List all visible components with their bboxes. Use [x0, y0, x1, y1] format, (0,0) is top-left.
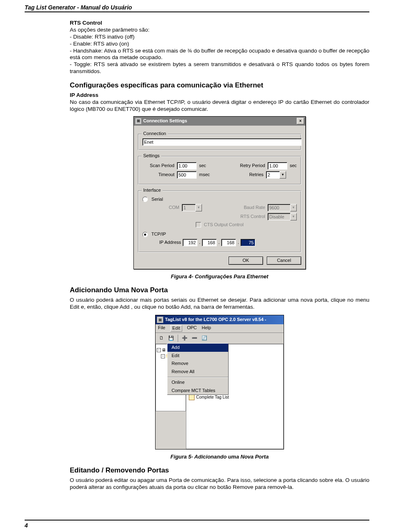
- refresh-icon[interactable]: 🔄: [200, 334, 208, 342]
- menu-file[interactable]: File: [158, 325, 165, 332]
- group-connection: Connection Enet: [138, 134, 301, 150]
- new-icon[interactable]: 🗋: [157, 334, 165, 342]
- rts-title: RTS Control: [70, 20, 369, 27]
- connection-settings-dialog: ▣ Connection Settings × Connection Enet …: [133, 116, 306, 269]
- add-icon[interactable]: ➕: [181, 334, 189, 342]
- timeout-field[interactable]: 500: [177, 171, 197, 179]
- window-title: TagList v8 for the LC700 OPC 2.0 Server …: [165, 317, 282, 323]
- group-legend: Settings: [142, 153, 161, 159]
- taglist-window: ▣ TagList v8 for the LC700 OPC 2.0 Serve…: [155, 315, 284, 449]
- close-icon[interactable]: ×: [297, 118, 304, 124]
- retries-value: 2: [266, 171, 279, 179]
- figure-4-caption: Figura 4- Configurações Para Ethernet: [70, 273, 369, 280]
- menuitem-remove-all[interactable]: Remove All: [167, 368, 228, 376]
- edit-dropdown: Add Edit Remove Remove All Online Compar…: [167, 343, 229, 395]
- group-interface: Interface Serial COM 1 ▼ Baud Rate: [138, 190, 301, 252]
- chevron-down-icon[interactable]: ▼: [279, 171, 286, 179]
- rts-intro: As opções deste parâmetro são:: [70, 27, 369, 34]
- separator: [178, 335, 178, 342]
- tree-collapse-icon[interactable]: −: [157, 348, 161, 352]
- menuitem-compare[interactable]: Compare MCT Tables: [167, 387, 228, 395]
- cancel-button[interactable]: Cancel: [267, 257, 301, 265]
- rts-control-label: RTS Control: [241, 214, 265, 220]
- rts-bullet: - Handshake: Ativa o RTS se está com mai…: [70, 48, 369, 62]
- retries-label: Retries: [249, 172, 263, 178]
- section-add-port-body: O usuário poderá adicionar mais portas s…: [70, 297, 369, 311]
- figure-5-caption: Figura 5- Adicionando uma Nova Porta: [70, 454, 369, 460]
- retry-period-label: Retry Period: [240, 163, 265, 169]
- retries-select[interactable]: 2 ▼: [266, 171, 286, 179]
- menu-opc[interactable]: OPC: [187, 325, 197, 332]
- menuitem-add[interactable]: Add: [167, 344, 228, 352]
- rts-bullet: - Enable: RTS ativo (on): [70, 41, 369, 48]
- group-legend: Connection: [142, 131, 168, 137]
- baud-rate-label: Baud Rate: [244, 205, 265, 211]
- app-icon: ▣: [135, 118, 142, 124]
- section-edit-port-title: Editando / Removendo Portas: [70, 466, 369, 475]
- separator: [167, 377, 228, 378]
- toolbar: 🗋 💾 ➕ ➖ 🔄: [156, 333, 284, 344]
- com-value: 1: [182, 204, 195, 211]
- chevron-down-icon: ▼: [290, 204, 297, 211]
- dialog-title: Connection Settings: [143, 118, 297, 124]
- section-edit-port-body: O usuário poderá editar ou apagar uma Po…: [70, 477, 369, 491]
- rts-control-select: Disable ▼: [268, 213, 297, 220]
- dot: .: [199, 240, 200, 245]
- com-label: COM: [167, 205, 179, 211]
- menu-edit[interactable]: Edit: [170, 325, 182, 332]
- dialog-titlebar[interactable]: ▣ TagList v8 for the LC700 OPC 2.0 Serve…: [156, 315, 284, 324]
- ip-octet-4[interactable]: 75: [241, 239, 255, 246]
- menuitem-remove[interactable]: Remove: [167, 360, 228, 368]
- group-legend: Interface: [142, 188, 163, 193]
- menu-bar: File Edit OPC Help: [156, 324, 284, 333]
- section-add-port-title: Adicionando Uma Nova Porta: [70, 286, 369, 294]
- rts-bullet: - Disable: RTS inativo (off): [70, 34, 369, 41]
- ip-address-label: IP Address: [155, 240, 181, 245]
- unit-sec: sec: [199, 163, 206, 169]
- com-select: 1 ▼: [182, 204, 202, 211]
- tree-collapse-icon[interactable]: −: [161, 354, 165, 358]
- menu-help[interactable]: Help: [202, 325, 211, 332]
- page-header: Tag List Generator - Manual do Usuário: [25, 4, 369, 12]
- tcpip-label: TCP/IP: [151, 232, 166, 236]
- dot: .: [238, 240, 239, 245]
- page-number: 4: [25, 520, 369, 529]
- radio-serial[interactable]: [142, 197, 148, 202]
- list-item[interactable]: Complete Tag List: [196, 395, 229, 400]
- retry-period-field[interactable]: 1.00: [268, 162, 287, 170]
- cts-label: CTS Output Control: [204, 222, 244, 227]
- group-settings: Settings Scan Period 1.00 sec Retry Peri…: [138, 156, 301, 185]
- ok-button[interactable]: OK: [229, 257, 263, 265]
- ip-address-subtitle: IP Address: [70, 92, 369, 99]
- app-icon: ▣: [157, 316, 163, 323]
- cts-checkbox: [196, 222, 201, 227]
- baud-rate-value: 9600: [268, 204, 290, 211]
- remove-icon[interactable]: ➖: [190, 334, 199, 342]
- scan-period-field[interactable]: 1.00: [177, 162, 197, 170]
- unit-msec: msec: [199, 172, 210, 178]
- unit-sec: sec: [290, 163, 297, 169]
- connection-field[interactable]: Enet: [142, 138, 302, 146]
- rts-bullet: - Toggle: RTS será ativado se existirem …: [70, 61, 369, 75]
- scan-period-label: Scan Period: [142, 163, 174, 169]
- save-icon[interactable]: 💾: [167, 334, 175, 342]
- baud-rate-select: 9600 ▼: [268, 204, 297, 211]
- ip-address-body: No caso da comunicação via Ethernet TCP/…: [70, 99, 369, 113]
- timeout-label: Timeout: [142, 172, 174, 178]
- document-icon: [189, 394, 195, 400]
- chevron-down-icon: ▼: [195, 204, 202, 211]
- section-ethernet-title: Configurações específicas para comunicaç…: [70, 81, 369, 89]
- ip-octet-3[interactable]: 168: [221, 239, 236, 246]
- radio-tcpip[interactable]: [142, 232, 148, 237]
- chevron-down-icon: ▼: [290, 213, 297, 220]
- menuitem-online[interactable]: Online: [167, 378, 228, 387]
- serial-label: Serial: [151, 197, 163, 202]
- dot: .: [218, 240, 220, 245]
- dialog-titlebar[interactable]: ▣ Connection Settings ×: [134, 117, 305, 126]
- menuitem-edit[interactable]: Edit: [167, 352, 228, 360]
- ip-octet-1[interactable]: 192: [183, 239, 197, 246]
- ip-octet-2[interactable]: 168: [202, 239, 217, 246]
- rts-control-value: Disable: [268, 213, 290, 220]
